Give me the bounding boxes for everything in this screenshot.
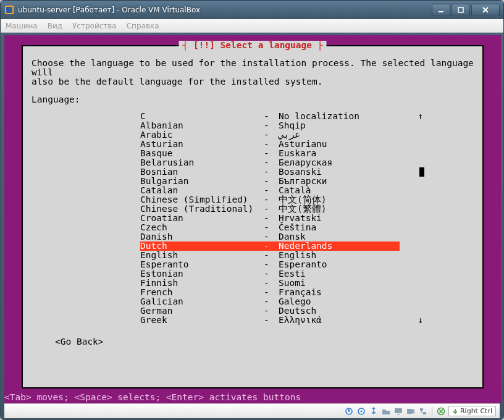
language-option[interactable]: Asturian-Asturianu: [140, 140, 400, 149]
menu-help[interactable]: Справка: [127, 22, 159, 30]
svg-point-7: [360, 410, 362, 412]
language-name: Bosnian: [140, 167, 264, 177]
language-option[interactable]: French-Français: [140, 288, 400, 297]
language-name: Greek: [140, 316, 264, 325]
language-name: Bulgarian: [140, 177, 264, 186]
dash: -: [264, 251, 279, 260]
dash: -: [264, 177, 279, 186]
language-native: English: [279, 251, 400, 260]
hostkey-label: Right Ctrl: [460, 407, 492, 415]
language-native: Esperanto: [279, 260, 400, 269]
language-option[interactable]: Bulgarian-Български: [140, 177, 400, 186]
hd-activity-icon[interactable]: [344, 406, 354, 416]
window-title: ubuntu-server [Работает] - Oracle VM Vir…: [18, 6, 432, 14]
mouse-integration-icon[interactable]: [436, 406, 446, 416]
language-native: 中文(繁體): [279, 204, 400, 214]
language-name: C: [140, 112, 264, 121]
language-name: Asturian: [140, 140, 264, 149]
language-option[interactable]: Basque-Euskara: [140, 149, 400, 158]
language-option[interactable]: Greek-Ελληνικά: [140, 316, 400, 325]
scroll-up-icon: ↑: [418, 112, 423, 121]
dash: -: [264, 223, 279, 232]
svg-rect-9: [397, 414, 400, 415]
language-option[interactable]: English-English: [140, 251, 400, 260]
language-native: Hrvatski: [279, 214, 400, 223]
language-option[interactable]: Croatian-Hrvatski: [140, 214, 400, 223]
language-option[interactable]: Belarusian-Беларуская: [140, 158, 400, 167]
language-dialog: ┤ [!!] Select a language ├ Choose the la…: [22, 45, 484, 388]
language-native: Bosanski: [279, 167, 400, 177]
close-button[interactable]: [471, 4, 500, 16]
language-native: Nederlands: [279, 242, 400, 251]
language-option[interactable]: Bosnian-Bosanski: [140, 167, 400, 177]
dialog-prompt: Choose the language to be used for the i…: [32, 59, 474, 86]
go-back-button[interactable]: <Go Back>: [55, 337, 474, 346]
dash: -: [264, 140, 279, 149]
svg-rect-11: [420, 408, 423, 411]
language-option[interactable]: Estonian-Eesti: [140, 269, 400, 279]
svg-rect-1: [6, 7, 12, 13]
language-option[interactable]: C-No localization: [140, 112, 400, 121]
language-name: Esperanto: [140, 260, 264, 269]
menu-devices[interactable]: Устройства: [72, 22, 117, 30]
language-name: English: [140, 251, 264, 260]
language-native: Galego: [279, 297, 400, 306]
hostkey-indicator[interactable]: Right Ctrl: [448, 406, 496, 416]
language-option[interactable]: Albanian-Shqip: [140, 121, 400, 130]
status-separator: [432, 406, 432, 416]
language-native: Eesti: [279, 269, 400, 279]
cd-activity-icon[interactable]: [356, 406, 366, 416]
language-option[interactable]: German-Deutsch: [140, 306, 400, 316]
dash: -: [264, 112, 279, 121]
language-name: Croatian: [140, 214, 264, 223]
language-name: Czech: [140, 223, 264, 232]
usb-icon[interactable]: [369, 406, 379, 416]
scroll-thumb[interactable]: [419, 167, 424, 177]
dash: -: [264, 316, 279, 325]
menu-view[interactable]: Вид: [48, 22, 62, 30]
language-name: Finnish: [140, 279, 264, 288]
language-option[interactable]: Chinese (Simplified)-中文(简体): [140, 195, 400, 204]
language-option[interactable]: Esperanto-Esperanto: [140, 260, 400, 269]
minimize-button[interactable]: [432, 4, 450, 16]
svg-rect-5: [348, 409, 350, 412]
language-name: Chinese (Simplified): [140, 195, 264, 204]
dash: -: [264, 167, 279, 177]
language-option[interactable]: Danish-Dansk: [140, 232, 400, 242]
language-name: Estonian: [140, 269, 264, 279]
language-option[interactable]: Finnish-Suomi: [140, 279, 400, 288]
language-option[interactable]: Arabic-عربي: [140, 130, 400, 140]
network-icon[interactable]: [418, 406, 428, 416]
display-icon[interactable]: [393, 406, 403, 416]
dash: -: [264, 269, 279, 279]
dash: -: [264, 186, 279, 195]
language-option[interactable]: Dutch-Nederlands: [140, 242, 400, 251]
language-option[interactable]: Chinese (Traditional)-中文(繁體): [140, 204, 400, 214]
language-native: Français: [279, 288, 400, 297]
dash: -: [264, 232, 279, 242]
arrow-down-icon: [452, 408, 458, 414]
language-option[interactable]: Catalan-Català: [140, 186, 400, 195]
language-name: Catalan: [140, 186, 264, 195]
app-icon: [4, 5, 14, 15]
language-name: Basque: [140, 149, 264, 158]
vm-framebuffer[interactable]: ┤ [!!] Select a language ├ Choose the la…: [4, 35, 501, 403]
language-native: Беларуская: [279, 158, 400, 167]
titlebar[interactable]: ubuntu-server [Работает] - Oracle VM Vir…: [1, 1, 503, 19]
dash: -: [264, 279, 279, 288]
dialog-title: ┤ [!!] Select a language ├: [179, 41, 327, 50]
dash: -: [264, 288, 279, 297]
maximize-button[interactable]: [452, 4, 470, 16]
language-name: Albanian: [140, 121, 264, 130]
language-native: Deutsch: [279, 306, 400, 316]
dash: -: [264, 306, 279, 316]
language-option[interactable]: Czech-Čeština: [140, 223, 400, 232]
shared-folders-icon[interactable]: [381, 406, 391, 416]
statusbar: Right Ctrl: [4, 403, 500, 418]
language-native: Ελληνικά: [279, 316, 400, 325]
recording-icon[interactable]: [406, 406, 416, 416]
language-list[interactable]: ↑ ↓ C-No localizationAlbanian-ShqipArabi…: [140, 112, 400, 325]
svg-rect-10: [407, 409, 413, 414]
menu-machine[interactable]: Машина: [6, 22, 38, 30]
language-option[interactable]: Galician-Galego: [140, 297, 400, 306]
